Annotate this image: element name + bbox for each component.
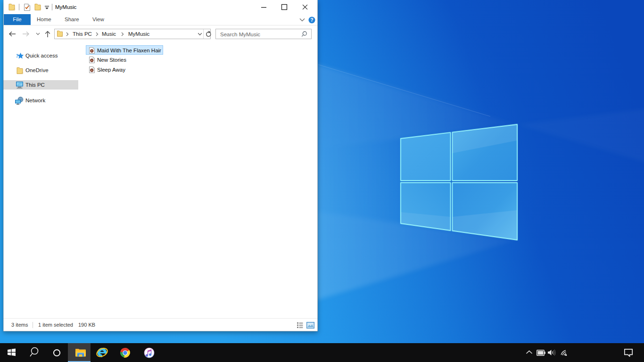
svg-text:?: ?: [310, 17, 313, 23]
